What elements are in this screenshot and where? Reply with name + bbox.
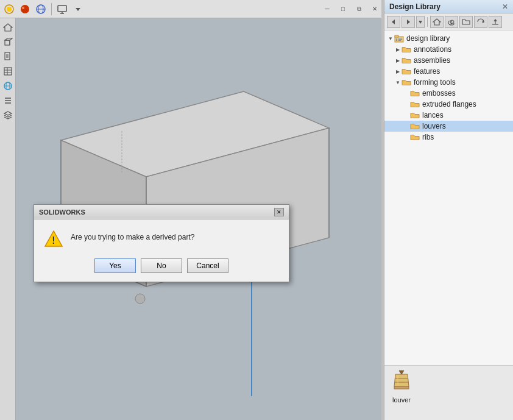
toolbar-icon-1[interactable] — [2, 2, 16, 16]
toolbar-icon-monitor[interactable] — [55, 2, 69, 16]
minimize-icon[interactable]: ─ — [320, 2, 334, 16]
svg-marker-63 — [394, 374, 409, 386]
expand-features[interactable]: ▶ — [394, 68, 402, 75]
svg-rect-12 — [5, 40, 10, 45]
tree-ribs[interactable]: ▶ ribs — [384, 132, 513, 143]
folder-forming-tools-icon — [402, 78, 411, 87]
refresh-button[interactable] — [474, 16, 487, 28]
svg-rect-57 — [396, 39, 397, 40]
folder-embosses-icon — [410, 89, 420, 98]
svg-marker-42 — [392, 20, 395, 24]
ribs-label: ribs — [422, 133, 434, 141]
svg-rect-60 — [398, 39, 402, 40]
tree-lances[interactable]: ▶ lances — [384, 110, 513, 121]
folder-ribs-icon — [410, 133, 420, 141]
dialog-close-button[interactable]: ✕ — [274, 208, 284, 216]
separator — [51, 3, 52, 15]
folder-button[interactable] — [459, 16, 473, 28]
back-button[interactable] — [387, 16, 400, 28]
svg-rect-62 — [394, 386, 409, 389]
tree-annotations[interactable]: ▶ annotations — [384, 44, 513, 55]
expand-root[interactable]: ▼ — [387, 35, 394, 42]
svg-rect-19 — [4, 68, 12, 75]
svg-point-34 — [135, 294, 145, 304]
panel-title: Design Library — [389, 2, 440, 11]
svg-point-2 — [21, 5, 29, 13]
dialog-title: SOLIDWORKS — [39, 208, 85, 216]
dialog-message: Are you trying to make a derived part? — [71, 229, 194, 241]
tree-root[interactable]: ▼ design library — [384, 33, 513, 44]
dialog-body: ! Are you trying to make a derived part? — [34, 219, 289, 256]
expand-annotations[interactable]: ▶ — [394, 46, 402, 53]
expand-assemblies[interactable]: ▶ — [394, 57, 402, 64]
tree-forming-tools[interactable]: ▼ forming tools — [384, 77, 513, 88]
tree-extruded-flanges[interactable]: ▶ extruded flanges — [384, 99, 513, 110]
forming-tools-label: forming tools — [414, 78, 456, 87]
extruded-flanges-label: extruded flanges — [422, 100, 476, 109]
svg-marker-44 — [419, 21, 422, 24]
folder-extruded-icon — [410, 100, 420, 109]
dialog-buttons: Yes No Cancel — [34, 256, 289, 282]
louver-preview-icon — [389, 369, 414, 394]
upload-button[interactable] — [489, 16, 502, 28]
cancel-button[interactable]: Cancel — [187, 258, 228, 273]
svg-rect-59 — [398, 38, 402, 38]
svg-marker-10 — [76, 8, 80, 11]
restore-icon[interactable]: ⧉ — [352, 2, 366, 16]
dropdown-arrow[interactable] — [416, 16, 425, 28]
embosses-label: embosses — [422, 89, 456, 98]
main-viewport: ─ □ ⧉ ✕ — [0, 0, 384, 420]
panel-preview: louver — [384, 365, 513, 420]
solidworks-dialog: SOLIDWORKS ✕ ! Are you trying to make a … — [34, 204, 289, 282]
svg-marker-11 — [4, 24, 12, 31]
toolbar-dropdown-btn[interactable] — [71, 2, 85, 16]
svg-marker-51 — [494, 19, 497, 21]
svg-marker-43 — [407, 20, 410, 24]
dialog-titlebar: SOLIDWORKS ✕ — [34, 205, 289, 219]
library-tree[interactable]: ▼ design library ▶ annotations — [384, 30, 513, 365]
panel-toolbar — [384, 13, 513, 30]
louvers-label: louvers — [422, 122, 446, 130]
toolbar-separator — [427, 17, 428, 27]
preview-louver: louver — [389, 369, 414, 404]
svg-rect-61 — [398, 40, 401, 41]
svg-marker-66 — [399, 371, 404, 374]
tree-louvers[interactable]: ▶ louvers — [384, 121, 513, 132]
tree-embosses[interactable]: ▶ embosses — [384, 88, 513, 99]
svg-rect-56 — [396, 38, 397, 38]
folder-features-icon — [402, 67, 411, 76]
toolbar-icon-2[interactable] — [18, 2, 32, 16]
toolbar-icon-3[interactable] — [34, 2, 48, 16]
features-label: features — [414, 67, 440, 76]
panel-titlebar: Design Library ✕ — [384, 0, 513, 13]
panel-close-button[interactable]: ✕ — [502, 2, 508, 11]
svg-point-3 — [22, 7, 24, 9]
svg-rect-54 — [395, 35, 398, 37]
close-icon[interactable]: ✕ — [368, 2, 381, 16]
top-toolbar: ─ □ ⧉ ✕ — [0, 0, 384, 18]
svg-marker-45 — [433, 19, 440, 25]
library-icon — [394, 34, 404, 43]
tree-features[interactable]: ▶ features — [384, 66, 513, 77]
preview-label: louver — [392, 396, 411, 404]
folder-assemblies-icon — [402, 56, 411, 65]
svg-text:!: ! — [52, 235, 55, 246]
no-button[interactable]: No — [141, 258, 182, 273]
annotations-label: annotations — [414, 45, 451, 54]
tree-assemblies[interactable]: ▶ assemblies — [384, 55, 513, 66]
folder-annotations-icon — [402, 45, 411, 54]
warning-icon: ! — [44, 229, 63, 249]
cloud-button[interactable] — [445, 16, 458, 28]
svg-rect-7 — [58, 5, 66, 12]
svg-marker-29 — [4, 112, 12, 115]
yes-button[interactable]: Yes — [94, 258, 136, 273]
home-tool-button[interactable] — [430, 16, 444, 28]
expand-forming-tools[interactable]: ▼ — [394, 79, 402, 86]
folder-louvers-icon — [410, 122, 420, 130]
svg-marker-13 — [5, 38, 12, 40]
assemblies-label: assemblies — [414, 56, 450, 65]
maximize-icon[interactable]: □ — [336, 2, 350, 16]
forward-button[interactable] — [402, 16, 415, 28]
svg-point-1 — [7, 7, 12, 12]
svg-rect-58 — [396, 40, 397, 41]
